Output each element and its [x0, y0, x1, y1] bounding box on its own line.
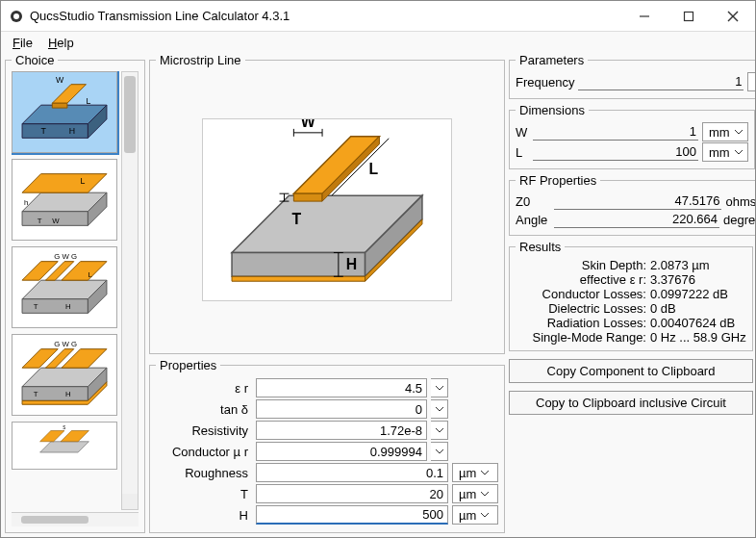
svg-text:S: S — [63, 425, 65, 430]
angle-input[interactable] — [554, 211, 719, 228]
svg-text:G W G: G W G — [54, 340, 77, 348]
z0-label: Z0 — [516, 194, 550, 209]
app-icon — [9, 9, 24, 24]
svg-rect-3 — [685, 12, 693, 20]
svg-text:T: T — [291, 210, 301, 226]
svg-text:W: W — [301, 118, 315, 130]
choice-h-scrollbar[interactable] — [12, 512, 139, 526]
z0-unit: ohms — [725, 194, 755, 209]
svg-text:H: H — [65, 302, 71, 311]
skin-depth-label: Skin Depth: — [516, 258, 650, 272]
microstrip-panel: Microstrip Line W — [149, 53, 505, 354]
svg-marker-45 — [61, 430, 88, 441]
svg-marker-44 — [40, 430, 64, 441]
rf-properties-panel: RF Properties Z0 ohms Angle degree — [509, 173, 755, 236]
choice-option-4[interactable]: G W GTH — [12, 334, 117, 416]
window-title: QucsStudio Transmission Line Calculator … — [30, 9, 290, 23]
svg-marker-50 — [232, 276, 365, 281]
frequency-input[interactable] — [578, 73, 743, 90]
svg-text:H: H — [346, 256, 357, 272]
w-label: W — [516, 125, 529, 140]
results-panel: Results Skin Depth:2.0873 µm effective ε… — [509, 240, 753, 351]
resistivity-select[interactable] — [431, 421, 448, 440]
results-legend: Results — [516, 240, 565, 254]
mur-input[interactable] — [256, 442, 427, 461]
menu-file[interactable]: File — [7, 35, 38, 51]
z0-input[interactable] — [554, 192, 721, 210]
roughness-input[interactable] — [256, 463, 448, 482]
epsr-select[interactable] — [431, 378, 448, 397]
w-input[interactable] — [533, 123, 698, 141]
maximize-button[interactable] — [667, 1, 711, 32]
menu-help[interactable]: Help — [42, 35, 80, 51]
svg-marker-9 — [52, 85, 86, 104]
frequency-label: Frequency — [516, 75, 574, 90]
roughness-unit-select[interactable]: µm — [452, 463, 498, 482]
l-label: L — [516, 145, 529, 160]
choice-option-2[interactable]: LhTW — [12, 159, 117, 241]
eff-eps-label: effective ε r: — [516, 272, 650, 287]
mur-select[interactable] — [431, 442, 448, 461]
epsr-input[interactable] — [256, 378, 427, 397]
svg-text:L: L — [88, 270, 92, 279]
l-unit-select[interactable]: mm — [702, 142, 748, 162]
t-unit-select[interactable]: µm — [452, 484, 498, 503]
radiation-loss-value: 0.00407624 dB — [650, 316, 746, 330]
svg-marker-24 — [22, 299, 88, 314]
properties-legend: Properties — [156, 358, 220, 372]
conductor-loss-value: 0.0997222 dB — [650, 287, 746, 301]
microstrip-diagram: W L T H — [156, 71, 498, 347]
svg-marker-48 — [232, 252, 365, 276]
svg-marker-53 — [293, 193, 322, 201]
tand-label: tan δ — [156, 402, 252, 417]
titlebar: QucsStudio Transmission Line Calculator … — [1, 1, 755, 32]
minimize-button[interactable] — [622, 1, 667, 32]
dimensions-legend: Dimensions — [516, 103, 589, 117]
roughness-label: Roughness — [156, 466, 252, 480]
svg-marker-16 — [22, 174, 107, 193]
choice-option-3[interactable]: G W GLTH — [12, 246, 117, 328]
dimensions-panel: Dimensions W mm L mm — [509, 103, 755, 169]
l-input[interactable] — [533, 143, 698, 161]
svg-marker-7 — [22, 124, 88, 139]
svg-text:T: T — [34, 390, 38, 398]
choice-list[interactable]: WLTH LhTW G W GLTH G W GTH — [12, 71, 121, 510]
h-label: H — [156, 508, 252, 523]
choice-scrollbar[interactable] — [121, 71, 139, 510]
close-button[interactable] — [711, 1, 755, 32]
rf-properties-legend: RF Properties — [516, 173, 600, 188]
conductor-loss-label: Conductor Losses: — [516, 287, 650, 301]
choice-option-5[interactable]: S — [12, 422, 117, 470]
svg-marker-10 — [52, 103, 67, 108]
choice-legend: Choice — [12, 53, 58, 67]
tand-select[interactable] — [431, 399, 448, 419]
svg-point-1 — [13, 13, 19, 19]
t-input[interactable] — [256, 484, 448, 503]
copy-circuit-button[interactable]: Copy to Clipboard inclusive Circuit — [509, 391, 753, 415]
single-mode-value: 0 Hz ... 58.9 GHz — [650, 330, 746, 345]
tand-input[interactable] — [256, 399, 427, 419]
svg-text:L: L — [369, 161, 379, 177]
svg-text:H: H — [69, 126, 75, 136]
w-unit-select[interactable]: mm — [702, 122, 748, 141]
svg-text:W: W — [56, 75, 64, 85]
radiation-loss-label: Radiation Losses: — [516, 316, 650, 330]
h-input[interactable] — [256, 505, 448, 525]
dielectric-loss-label: Dielectric Losses: — [516, 301, 650, 316]
angle-unit: degree — [723, 213, 755, 227]
resistivity-input[interactable] — [256, 421, 427, 440]
choice-panel: Choice WLTH LhTW G W GLTH — [5, 53, 145, 533]
choice-microstrip[interactable]: WLTH — [12, 71, 117, 153]
h-unit-select[interactable]: µm — [452, 505, 498, 525]
microstrip-legend: Microstrip Line — [156, 53, 245, 67]
properties-panel: Properties ε r tan δ R — [149, 358, 505, 533]
svg-text:G W G: G W G — [54, 252, 77, 261]
copy-component-button[interactable]: Copy Component to Clipboard — [509, 359, 753, 383]
t-label: T — [156, 487, 252, 501]
svg-text:L: L — [81, 176, 86, 186]
frequency-unit-select[interactable]: GHz — [747, 72, 755, 91]
svg-text:T: T — [38, 217, 42, 225]
svg-text:L: L — [86, 96, 90, 106]
svg-text:T: T — [41, 126, 47, 136]
menubar: File Help — [1, 32, 755, 53]
